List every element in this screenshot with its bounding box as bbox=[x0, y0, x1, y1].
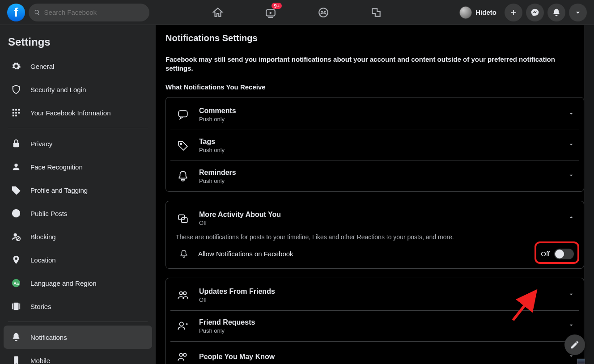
sidebar-item-general[interactable]: General bbox=[4, 55, 152, 78]
row-reminders[interactable]: RemindersPush only bbox=[170, 161, 579, 191]
svg-point-33 bbox=[183, 353, 187, 356]
row-title: More Activity About You bbox=[199, 210, 568, 219]
row-sub: Push only bbox=[199, 116, 568, 123]
stories-icon bbox=[8, 298, 24, 314]
sidebar-item-location[interactable]: Location bbox=[4, 248, 152, 271]
row-title: Tags bbox=[199, 137, 568, 146]
notifications-button[interactable] bbox=[547, 4, 565, 21]
row-title: People You May Know bbox=[199, 352, 568, 361]
svg-point-3 bbox=[324, 11, 326, 13]
sidebar-item-label: Notifications bbox=[30, 334, 67, 341]
expand-caret[interactable] bbox=[568, 291, 575, 300]
sidebar-item-blocking[interactable]: Blocking bbox=[4, 225, 152, 248]
svg-rect-5 bbox=[15, 109, 17, 111]
home-icon bbox=[212, 7, 224, 18]
bell-icon bbox=[8, 329, 24, 345]
svg-rect-25 bbox=[178, 110, 187, 117]
row-friend-requests[interactable]: Friend RequestsPush only bbox=[170, 310, 579, 341]
tag-icon bbox=[175, 137, 191, 153]
messenger-icon bbox=[530, 8, 539, 17]
sidebar-item-profile-and-tagging[interactable]: Profile and Tagging bbox=[4, 178, 152, 202]
expand-caret[interactable] bbox=[568, 172, 575, 181]
row-title: Friend Requests bbox=[199, 318, 568, 327]
friends-icon bbox=[175, 287, 191, 303]
svg-point-24 bbox=[16, 363, 17, 364]
row-more-activity[interactable]: More Activity About You Off bbox=[166, 201, 584, 233]
gaming-icon bbox=[370, 7, 382, 18]
row-sub: Push only bbox=[199, 327, 568, 334]
card-more-activity: More Activity About You Off These are no… bbox=[165, 201, 584, 269]
toggle-label: Allow Notifications on Facebook bbox=[198, 250, 541, 258]
sidebar-item-mobile[interactable]: Mobile bbox=[4, 349, 152, 364]
nav-gaming[interactable] bbox=[352, 1, 401, 24]
sidebar-item-your-facebook-information[interactable]: Your Facebook Information bbox=[4, 101, 152, 124]
expand-caret[interactable] bbox=[568, 110, 575, 119]
row-comments[interactable]: CommentsPush only bbox=[166, 97, 584, 130]
nav-home[interactable] bbox=[193, 1, 242, 24]
grid-icon bbox=[8, 105, 24, 121]
sidebar-item-label: Blocking bbox=[30, 233, 56, 241]
profile-name: Hideto bbox=[475, 8, 496, 16]
svg-point-2 bbox=[321, 11, 323, 13]
settings-sidebar: Settings GeneralSecurity and LoginYour F… bbox=[0, 25, 156, 364]
main-panel: Notifications Settings Facebook may stil… bbox=[156, 25, 594, 364]
toggle-knob bbox=[555, 250, 564, 258]
compose-icon bbox=[570, 340, 580, 350]
card-basic-notifications: CommentsPush onlyTagsPush onlyRemindersP… bbox=[165, 97, 584, 192]
create-button[interactable] bbox=[505, 4, 522, 21]
globe-icon bbox=[8, 205, 24, 221]
minimized-chat[interactable] bbox=[577, 359, 585, 364]
card-friends-notifications: Updates From FriendsOffFriend RequestsPu… bbox=[165, 278, 584, 364]
svg-rect-12 bbox=[13, 143, 19, 147]
bell-icon bbox=[175, 168, 191, 184]
sidebar-item-stories[interactable]: Stories bbox=[4, 295, 152, 318]
avatar-icon bbox=[459, 6, 472, 19]
watch-badge: 9+ bbox=[272, 3, 282, 9]
expand-caret[interactable] bbox=[568, 322, 575, 330]
messenger-button[interactable] bbox=[526, 4, 544, 21]
svg-point-31 bbox=[179, 322, 183, 326]
face-icon bbox=[8, 159, 24, 175]
sidebar-item-label: Face Recognition bbox=[30, 163, 83, 171]
sidebar-item-label: Security and Login bbox=[30, 86, 86, 93]
sidebar-item-security-and-login[interactable]: Security and Login bbox=[4, 78, 152, 101]
lang-icon: Aa bbox=[8, 275, 24, 291]
svg-text:Aa: Aa bbox=[13, 281, 19, 286]
scrollbar-track[interactable] bbox=[584, 25, 594, 364]
search-icon bbox=[34, 9, 41, 16]
expand-caret[interactable] bbox=[568, 141, 575, 150]
row-updates-from-friends[interactable]: Updates From FriendsOff bbox=[166, 278, 584, 310]
svg-point-13 bbox=[14, 164, 17, 167]
sidebar-item-face-recognition[interactable]: Face Recognition bbox=[4, 155, 152, 178]
sidebar-title: Settings bbox=[4, 32, 152, 55]
svg-point-29 bbox=[179, 292, 182, 295]
toggle-control[interactable]: Off bbox=[541, 249, 574, 259]
sidebar-separator bbox=[8, 128, 148, 128]
collapse-caret[interactable] bbox=[568, 214, 575, 223]
compose-fab[interactable] bbox=[564, 334, 585, 355]
comment-icon bbox=[175, 106, 191, 123]
search-input[interactable] bbox=[44, 8, 144, 16]
sidebar-item-label: General bbox=[30, 63, 54, 70]
sidebar-item-privacy[interactable]: Privacy bbox=[4, 132, 152, 155]
search-field[interactable] bbox=[29, 4, 149, 21]
row-people-you-may-know[interactable]: People You May Know bbox=[170, 341, 579, 364]
row-tags[interactable]: TagsPush only bbox=[170, 130, 579, 161]
svg-rect-6 bbox=[18, 109, 20, 111]
svg-rect-21 bbox=[12, 304, 13, 309]
sidebar-item-notifications[interactable]: Notifications bbox=[4, 326, 152, 349]
toggle-switch[interactable] bbox=[554, 249, 574, 259]
svg-rect-22 bbox=[19, 304, 20, 309]
nav-groups[interactable] bbox=[299, 1, 348, 24]
sidebar-item-public-posts[interactable]: Public Posts bbox=[4, 202, 152, 225]
sidebar-item-language-and-region[interactable]: AaLanguage and Region bbox=[4, 271, 152, 295]
facebook-logo-icon[interactable]: f bbox=[7, 4, 25, 21]
nav-watch[interactable]: 9+ bbox=[246, 1, 295, 24]
top-header: f 9+ Hideto bbox=[0, 0, 594, 25]
account-menu-button[interactable] bbox=[569, 4, 587, 21]
activity-icon bbox=[175, 210, 191, 226]
bell-outline-icon bbox=[176, 249, 192, 259]
gear-icon bbox=[8, 58, 24, 74]
profile-chip[interactable]: Hideto bbox=[458, 4, 501, 21]
sidebar-item-label: Your Facebook Information bbox=[30, 109, 111, 117]
